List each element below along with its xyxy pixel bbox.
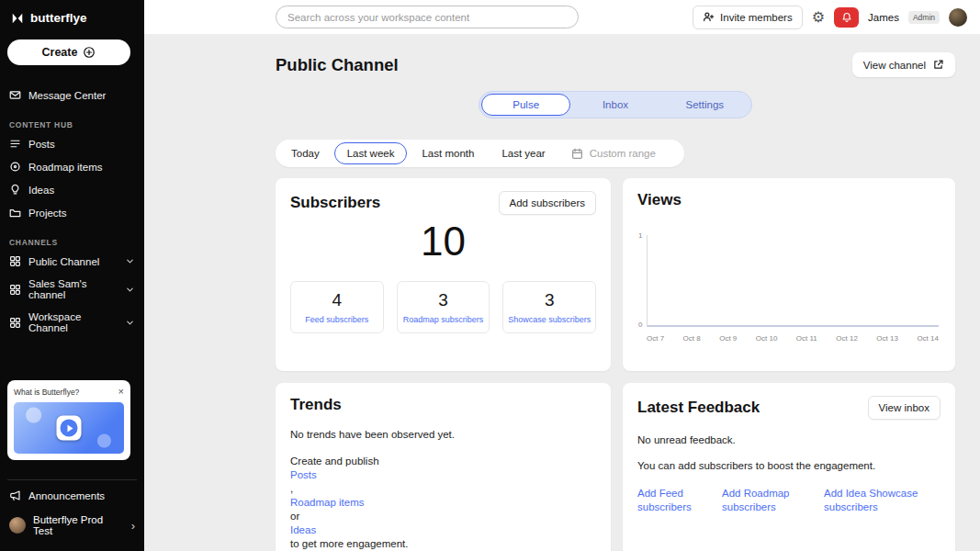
sidebar-channel-sales-sam[interactable]: Sales Sam's channel [0, 273, 144, 306]
sidebar-item-message-center[interactable]: Message Center [0, 84, 144, 107]
view-channel-button[interactable]: View channel [852, 52, 955, 77]
trends-card: Trends No trends have been observed yet.… [276, 383, 611, 551]
projects-icon [9, 207, 21, 219]
chevron-down-icon[interactable] [125, 285, 135, 295]
sidebar-channel-public[interactable]: Public Channel [0, 250, 144, 273]
subscribers-card: Subscribers Add subscribers 10 4 Feed su… [276, 178, 611, 371]
app-logo-text: butterflye [30, 11, 87, 25]
main-content: Public Channel View channel Pulse Inbox … [144, 34, 980, 551]
external-link-icon [932, 59, 944, 71]
sidebar-item-announcements[interactable]: Announcements [0, 484, 144, 507]
custom-range-input[interactable]: Custom range [560, 143, 681, 164]
channel-tabs: Pulse Inbox Settings [479, 91, 752, 118]
sidebar-channel-workspace[interactable]: Workspace Channel [0, 306, 144, 339]
stat-value: 3 [507, 290, 591, 310]
filter-today[interactable]: Today [278, 142, 332, 164]
user-role-badge: Admin [908, 11, 940, 24]
topbar: Invite members ⚙ James Admin [144, 0, 980, 34]
add-feed-subscribers-link[interactable]: Add Feed subscribers [637, 487, 722, 514]
posts-link[interactable]: Posts [290, 468, 596, 482]
feedback-hint-text: You can add subscribers to boost the eng… [637, 460, 941, 471]
trends-title: Trends [290, 396, 342, 414]
notifications-button[interactable] [834, 7, 859, 28]
lightbulb-icon [9, 184, 21, 196]
x-axis-tick: Oct 12 [836, 334, 858, 343]
sidebar-item-label: Announcements [28, 490, 105, 501]
views-card: Views 1 0 Oct 7 Oct 8 Oct 9 Oct 10 Oct 1… [623, 178, 955, 371]
stat-value: 3 [401, 290, 486, 310]
person-plus-icon [703, 11, 715, 23]
roadmap-items-link[interactable]: Roadmap items [290, 496, 596, 510]
megaphone-icon [9, 489, 21, 501]
view-channel-label: View channel [863, 60, 926, 71]
channel-grid-icon [9, 255, 21, 267]
x-axis-tick: Oct 7 [647, 334, 664, 343]
search-input[interactable] [276, 6, 579, 28]
bell-icon [841, 12, 852, 23]
close-icon[interactable]: × [118, 387, 124, 397]
x-axis-tick: Oct 14 [917, 334, 939, 343]
tab-inbox[interactable]: Inbox [570, 94, 659, 116]
sidebar-item-ideas[interactable]: Ideas [0, 178, 144, 201]
ideas-link[interactable]: Ideas [290, 523, 596, 537]
user-name[interactable]: James [868, 12, 899, 23]
invite-members-label: Invite members [720, 12, 793, 23]
channel-grid-icon [9, 284, 21, 296]
stat-roadmap-subscribers: 3 Roadmap subscribers [397, 281, 490, 333]
workspace-avatar [9, 517, 26, 534]
trends-comma: , [290, 482, 596, 496]
tab-settings[interactable]: Settings [660, 94, 749, 116]
tab-pulse[interactable]: Pulse [481, 94, 570, 116]
sidebar-item-roadmap-items[interactable]: Roadmap items [0, 155, 144, 178]
filter-last-month[interactable]: Last month [409, 142, 487, 164]
invite-members-button[interactable]: Invite members [693, 6, 803, 29]
play-icon [67, 424, 73, 432]
stat-feed-subscribers: 4 Feed subscribers [290, 281, 384, 333]
add-idea-showcase-subscribers-link[interactable]: Add Idea Showcase subscribers [824, 487, 939, 514]
channel-label: Public Channel [28, 256, 99, 267]
sidebar-item-label: Message Center [28, 90, 106, 101]
sidebar-item-projects[interactable]: Projects [0, 201, 144, 224]
chevron-down-icon[interactable] [125, 256, 135, 266]
stat-label: Showcase subscribers [507, 315, 591, 324]
views-title: Views [637, 191, 681, 209]
y-axis-tick: 0 [638, 320, 642, 329]
x-axis-labels: Oct 7 Oct 8 Oct 9 Oct 10 Oct 11 Oct 12 O… [647, 334, 939, 343]
channel-grid-icon [9, 317, 21, 329]
filter-last-week[interactable]: Last week [334, 142, 408, 164]
app-logo: butterflye [0, 0, 144, 32]
workspace-switcher[interactable]: Butterflye Prod Test › [0, 507, 144, 544]
channel-label: Sales Sam's channel [28, 278, 118, 300]
trends-end-text: to get more engagement. [290, 537, 596, 551]
sidebar-divider [7, 479, 137, 480]
chevron-down-icon[interactable] [125, 318, 135, 328]
play-button[interactable] [57, 416, 82, 441]
sidebar-item-label: Roadmap items [28, 162, 103, 173]
subscribers-total: 10 [290, 219, 596, 264]
create-button[interactable]: Create [7, 39, 130, 65]
promo-card: What is Butterflye? × [7, 380, 130, 460]
sidebar-item-label: Projects [28, 208, 67, 219]
x-axis-tick: Oct 9 [719, 334, 737, 343]
calendar-icon [571, 148, 583, 160]
add-subscribers-button[interactable]: Add subscribers [499, 191, 596, 215]
stat-label: Feed subscribers [295, 315, 379, 324]
channels-section-label: CHANNELS [9, 238, 135, 247]
filter-last-year[interactable]: Last year [489, 142, 558, 164]
x-axis-tick: Oct 10 [756, 334, 778, 343]
stat-showcase-subscribers: 3 Showcase subscribers [502, 281, 596, 333]
trends-empty-text: No trends have been observed yet. [290, 429, 596, 440]
feedback-empty-text: No unread feedback. [637, 434, 941, 445]
sidebar-item-posts[interactable]: Posts [0, 132, 144, 155]
view-inbox-button[interactable]: View inbox [868, 396, 941, 420]
custom-range-placeholder: Custom range [590, 148, 656, 159]
user-avatar[interactable] [949, 8, 967, 27]
promo-video-thumbnail[interactable] [14, 402, 124, 454]
envelope-icon [9, 89, 21, 101]
y-axis-tick: 1 [638, 231, 642, 240]
trends-hint-text: Create and publish [290, 455, 379, 467]
gear-icon[interactable]: ⚙ [812, 10, 825, 25]
promo-title: What is Butterflye? [14, 388, 79, 397]
add-roadmap-subscribers-link[interactable]: Add Roadmap subscribers [722, 487, 824, 514]
stat-label: Roadmap subscribers [401, 315, 486, 324]
